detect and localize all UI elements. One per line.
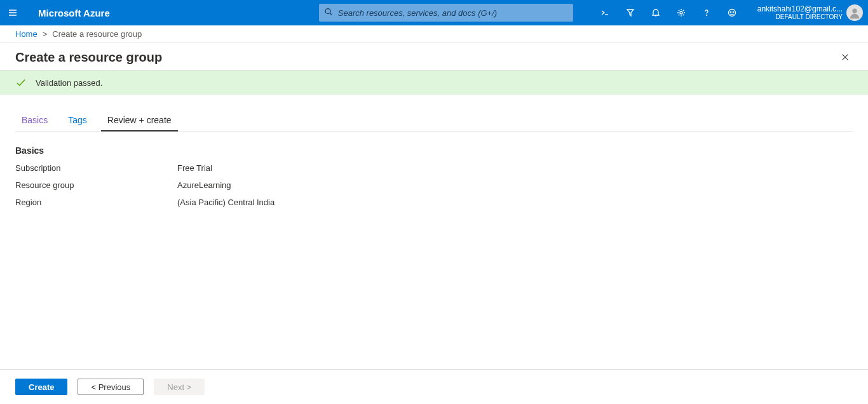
content: Basics Tags Review + create Basics Subsc… — [0, 95, 868, 369]
page-title: Create a resource group — [15, 50, 162, 65]
kv-label-region: Region — [15, 198, 177, 207]
notifications-icon[interactable] — [643, 0, 668, 25]
svg-point-7 — [706, 15, 707, 16]
search-input[interactable] — [319, 4, 573, 22]
feedback-icon[interactable] — [719, 0, 745, 25]
settings-icon[interactable] — [668, 0, 694, 25]
create-button[interactable]: Create — [15, 379, 67, 395]
close-button[interactable] — [837, 50, 853, 65]
tabs: Basics Tags Review + create — [15, 110, 853, 131]
previous-button[interactable]: < Previous — [78, 379, 144, 395]
breadcrumb-current: Create a resource group — [52, 29, 142, 39]
section-heading-basics: Basics — [15, 145, 853, 156]
validation-message: Validation passed. — [36, 78, 102, 88]
tab-basics[interactable]: Basics — [15, 110, 54, 131]
svg-point-10 — [733, 11, 733, 12]
svg-point-9 — [730, 11, 731, 12]
kv-label-resource-group: Resource group — [15, 180, 177, 190]
avatar-icon — [846, 4, 863, 21]
cloud-shell-icon[interactable] — [592, 0, 618, 25]
svg-point-11 — [852, 9, 857, 13]
search-container — [319, 4, 573, 22]
account-email: ankitshahi102@gmail.c... — [757, 4, 843, 13]
directory-filter-icon[interactable] — [618, 0, 643, 25]
breadcrumb-separator-icon: > — [43, 29, 48, 39]
validation-banner: Validation passed. — [0, 71, 868, 95]
kv-row: Region (Asia Pacific) Central India — [15, 198, 853, 207]
tab-review-create[interactable]: Review + create — [101, 110, 178, 131]
help-icon[interactable] — [694, 0, 719, 25]
kv-row: Resource group AzureLearning — [15, 180, 853, 190]
footer: Create < Previous Next > — [0, 369, 868, 404]
tab-tags[interactable]: Tags — [62, 110, 93, 131]
header-icons — [592, 0, 745, 25]
svg-point-8 — [728, 10, 735, 17]
kv-label-subscription: Subscription — [15, 163, 177, 173]
kv-row: Subscription Free Trial — [15, 163, 853, 173]
title-row: Create a resource group — [0, 43, 868, 71]
breadcrumb-home[interactable]: Home — [15, 29, 37, 39]
kv-value-resource-group: AzureLearning — [177, 180, 231, 190]
brand-logo[interactable]: Microsoft Azure — [38, 8, 110, 18]
account-menu[interactable]: ankitshahi102@gmail.c... DEFAULT DIRECTO… — [757, 4, 863, 21]
kv-value-subscription: Free Trial — [177, 163, 212, 173]
account-directory: DEFAULT DIRECTORY — [757, 13, 843, 21]
svg-point-6 — [680, 11, 682, 14]
hamburger-menu-icon[interactable] — [0, 0, 25, 25]
next-button: Next > — [154, 379, 205, 395]
kv-value-region: (Asia Pacific) Central India — [177, 198, 275, 207]
checkmark-icon — [15, 77, 27, 88]
top-header: Microsoft Azure — [0, 0, 868, 25]
breadcrumb: Home > Create a resource group — [0, 25, 868, 43]
